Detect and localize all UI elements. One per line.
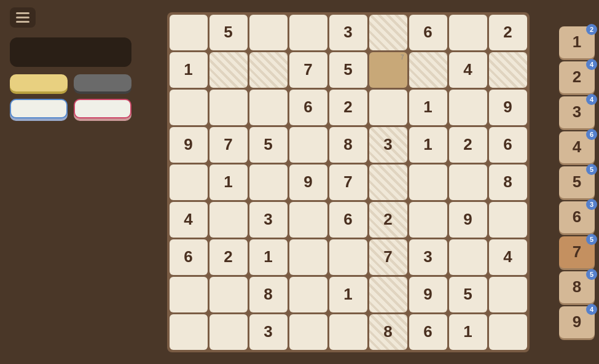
- action-row-2: [10, 99, 131, 118]
- menu-button[interactable]: [10, 7, 36, 28]
- num-item-6[interactable]: 63: [559, 201, 595, 233]
- cell-3-3[interactable]: [289, 127, 327, 163]
- cell-6-2[interactable]: 1: [249, 239, 288, 275]
- cell-8-4[interactable]: [329, 314, 367, 350]
- cell-0-7[interactable]: [449, 15, 487, 50]
- draft-button[interactable]: [10, 99, 68, 118]
- cell-8-8[interactable]: [489, 314, 527, 350]
- cell-3-7[interactable]: 2: [449, 127, 487, 163]
- cell-1-1[interactable]: [209, 52, 248, 88]
- cell-3-5[interactable]: 3: [369, 127, 407, 163]
- num-item-1[interactable]: 12: [559, 26, 595, 58]
- cell-8-7[interactable]: 1: [449, 314, 487, 350]
- cell-7-2[interactable]: 8: [249, 277, 288, 312]
- cell-6-1[interactable]: 2: [209, 239, 248, 275]
- cell-8-0[interactable]: [170, 314, 208, 350]
- num-item-8[interactable]: 85: [559, 271, 595, 303]
- cell-3-6[interactable]: 1: [409, 127, 447, 163]
- cell-1-3[interactable]: 7: [289, 52, 327, 88]
- cell-8-6[interactable]: 6: [409, 314, 447, 350]
- cell-3-0[interactable]: 9: [170, 127, 208, 163]
- cell-7-6[interactable]: 9: [409, 277, 447, 312]
- cell-6-3[interactable]: [289, 239, 327, 275]
- cell-4-6[interactable]: [409, 165, 447, 200]
- num-item-2[interactable]: 24: [559, 61, 595, 93]
- cell-5-6[interactable]: [409, 202, 447, 238]
- cell-0-3[interactable]: [289, 15, 327, 50]
- cell-8-1[interactable]: [209, 314, 248, 350]
- cell-7-0[interactable]: [170, 277, 208, 312]
- cell-2-6[interactable]: 1: [409, 90, 447, 125]
- cell-6-6[interactable]: 3: [409, 239, 447, 275]
- cell-3-4[interactable]: 8: [329, 127, 367, 163]
- cell-6-4[interactable]: [329, 239, 367, 275]
- cell-7-7[interactable]: 5: [449, 277, 487, 312]
- cell-0-0[interactable]: [170, 15, 208, 50]
- cell-1-0[interactable]: 1: [170, 52, 208, 88]
- action-row-1: [10, 74, 131, 91]
- cell-7-1[interactable]: [209, 277, 248, 312]
- cell-0-6[interactable]: 6: [409, 15, 447, 50]
- cell-4-4[interactable]: 7: [329, 165, 367, 200]
- cell-2-2[interactable]: [249, 90, 288, 125]
- cell-3-8[interactable]: 6: [489, 127, 527, 163]
- cell-5-1[interactable]: [209, 202, 248, 238]
- cell-6-0[interactable]: 6: [170, 239, 208, 275]
- cell-0-1[interactable]: 5: [209, 15, 248, 50]
- num-item-9[interactable]: 94: [559, 306, 595, 338]
- cell-2-7[interactable]: [449, 90, 487, 125]
- cell-1-5[interactable]: 7: [369, 52, 407, 88]
- cell-2-5[interactable]: [369, 90, 407, 125]
- cell-5-2[interactable]: 3: [249, 202, 288, 238]
- cell-0-8[interactable]: 2: [489, 15, 527, 50]
- cell-4-8[interactable]: 8: [489, 165, 527, 200]
- cell-4-0[interactable]: [170, 165, 208, 200]
- cell-5-8[interactable]: [489, 202, 527, 238]
- cell-3-2[interactable]: 5: [249, 127, 288, 163]
- num-item-3[interactable]: 34: [559, 96, 595, 128]
- cell-1-6[interactable]: [409, 52, 447, 88]
- cell-2-1[interactable]: [209, 90, 248, 125]
- cell-4-1[interactable]: 1: [209, 165, 248, 200]
- num-item-4[interactable]: 46: [559, 131, 595, 163]
- undo-button[interactable]: [10, 74, 68, 91]
- count-badge-1: 2: [586, 24, 597, 35]
- cell-7-3[interactable]: [289, 277, 327, 312]
- cell-4-2[interactable]: [249, 165, 288, 200]
- cell-8-2[interactable]: 3: [249, 314, 288, 350]
- cell-5-4[interactable]: 6: [329, 202, 367, 238]
- cell-2-3[interactable]: 6: [289, 90, 327, 125]
- cell-4-7[interactable]: [449, 165, 487, 200]
- num-item-5[interactable]: 55: [559, 166, 595, 198]
- cell-6-7[interactable]: [449, 239, 487, 275]
- cell-1-2[interactable]: [249, 52, 288, 88]
- cell-1-4[interactable]: 5: [329, 52, 367, 88]
- cell-5-5[interactable]: 2: [369, 202, 407, 238]
- cell-8-5[interactable]: 8: [369, 314, 407, 350]
- cell-1-7[interactable]: 4: [449, 52, 487, 88]
- cell-0-2[interactable]: [249, 15, 288, 50]
- cell-4-5[interactable]: [369, 165, 407, 200]
- cell-2-8[interactable]: 9: [489, 90, 527, 125]
- cell-7-4[interactable]: 1: [329, 277, 367, 312]
- cell-7-5[interactable]: [369, 277, 407, 312]
- grid-container: 5362175746219975831261978436296217348195…: [141, 6, 555, 358]
- cell-5-7[interactable]: 9: [449, 202, 487, 238]
- cell-4-3[interactable]: 9: [289, 165, 327, 200]
- cell-5-0[interactable]: 4: [170, 202, 208, 238]
- cell-5-3[interactable]: [289, 202, 327, 238]
- cell-2-0[interactable]: [170, 90, 208, 125]
- cell-0-5[interactable]: [369, 15, 407, 50]
- num-item-7[interactable]: 75: [559, 236, 595, 268]
- hint-button[interactable]: [74, 74, 131, 91]
- count-badge-2: 4: [586, 59, 597, 70]
- cell-6-5[interactable]: 7: [369, 239, 407, 275]
- cell-0-4[interactable]: 3: [329, 15, 367, 50]
- cell-1-8[interactable]: [489, 52, 527, 88]
- cell-6-8[interactable]: 4: [489, 239, 527, 275]
- cell-2-4[interactable]: 2: [329, 90, 367, 125]
- check-button[interactable]: [74, 99, 131, 118]
- cell-7-8[interactable]: [489, 277, 527, 312]
- cell-8-3[interactable]: [289, 314, 327, 350]
- cell-3-1[interactable]: 7: [209, 127, 248, 163]
